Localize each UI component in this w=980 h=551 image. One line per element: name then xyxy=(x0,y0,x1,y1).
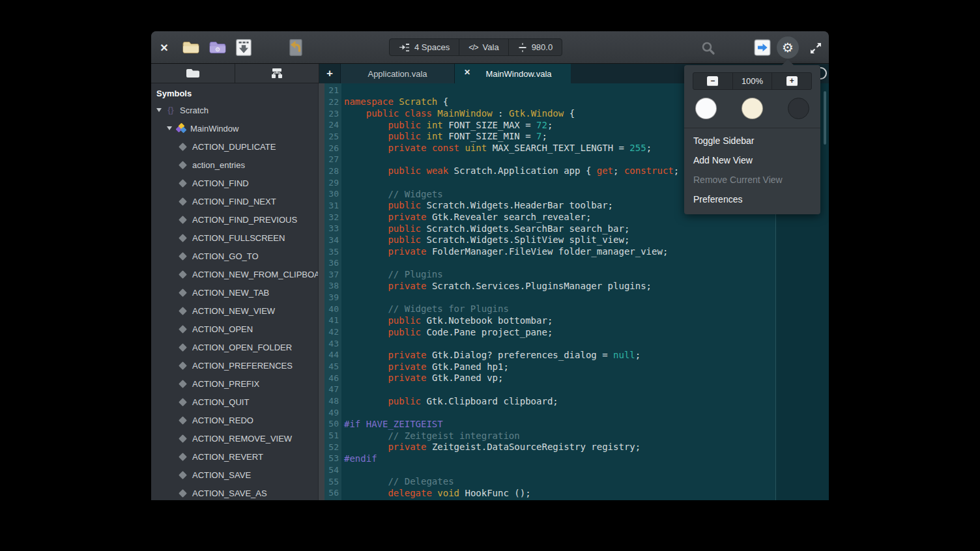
code-line-53: 53#endif xyxy=(324,453,829,464)
revert-icon xyxy=(288,38,304,57)
field-symbol-icon xyxy=(179,416,187,425)
code-line-56: 56 delegate void HookFunc (); xyxy=(324,487,829,499)
symbol-label: ACTION_OPEN_FOLDER xyxy=(192,343,292,352)
goto-line-button[interactable]: 980.0 xyxy=(509,39,562,55)
symbol-label: ACTION_REMOVE_VIEW xyxy=(192,434,292,444)
line-number: 53 xyxy=(324,453,341,463)
line-number: 41 xyxy=(324,315,341,325)
line-number: 24 xyxy=(324,120,341,130)
symbol-item-action_save_as[interactable]: ACTION_SAVE_AS xyxy=(151,484,318,500)
symbol-item-action_open[interactable]: ACTION_OPEN xyxy=(151,320,318,338)
sidebar-view-switcher xyxy=(151,64,319,83)
zoom-level-button[interactable]: 100% xyxy=(733,73,773,89)
sidebar-tab-outline[interactable] xyxy=(235,64,319,83)
line-number: 26 xyxy=(324,143,341,153)
line-number: 31 xyxy=(324,201,341,210)
fullscreen-button[interactable] xyxy=(809,41,823,55)
symbol-item-action_new_tab[interactable]: ACTION_NEW_TAB xyxy=(151,283,318,302)
code-line-43: 43 xyxy=(324,337,829,349)
folder-icon xyxy=(186,68,200,79)
zoom-out-button[interactable]: − xyxy=(693,73,733,89)
share-icon xyxy=(754,39,771,56)
search-button[interactable] xyxy=(700,40,717,57)
zoom-in-icon: + xyxy=(786,76,798,86)
menu-item-preferences[interactable]: Preferences xyxy=(684,190,820,209)
tab-mainwindow-vala[interactable]: ✕ MainWindow.vala xyxy=(455,64,571,83)
symbol-item-action_find[interactable]: ACTION_FIND xyxy=(151,174,318,192)
symbol-item-action_entries[interactable]: action_entries xyxy=(151,156,318,174)
symbol-item-action_save[interactable]: ACTION_SAVE xyxy=(151,466,318,484)
symbol-label: ACTION_FIND xyxy=(192,178,249,188)
templates-folder-button[interactable]: ⚙ xyxy=(207,38,228,57)
editor-scrollbar[interactable] xyxy=(824,91,826,145)
symbol-item-action_new_view[interactable]: ACTION_NEW_VIEW xyxy=(151,302,318,320)
symbol-item-action_revert[interactable]: ACTION_REVERT xyxy=(151,447,318,466)
symbol-item-action_prefix[interactable]: ACTION_PREFIX xyxy=(151,374,318,393)
menu-item-toggle-sidebar[interactable]: Toggle Sidebar xyxy=(684,131,820,150)
pane-splitter[interactable] xyxy=(318,83,324,500)
symbol-item-action_remove_view[interactable]: ACTION_REMOVE_VIEW xyxy=(151,429,318,447)
code-text: public weak Scratch.Application app { ge… xyxy=(344,165,690,176)
gear-menu-button[interactable]: ⚙ xyxy=(777,36,799,59)
code-brackets-icon: </> xyxy=(468,43,478,52)
share-button[interactable] xyxy=(754,39,771,56)
field-symbol-icon xyxy=(179,489,187,498)
symbol-label: ACTION_SAVE xyxy=(192,470,251,480)
line-number: 39 xyxy=(324,292,341,302)
line-number: 50 xyxy=(324,419,341,429)
expander-icon[interactable] xyxy=(167,126,172,130)
code-line-44: 44 private Gtk.Dialog? preferences_dialo… xyxy=(324,349,829,361)
gear-menu-popover: − 100% + Toggle SidebarAdd New ViewRemov… xyxy=(684,65,820,214)
symbol-item-mainwindow[interactable]: MainWindow xyxy=(151,119,318,137)
class-symbol-icon xyxy=(176,123,186,134)
code-text: private Zeitgeist.DataSourceRegistry reg… xyxy=(344,442,641,452)
indentation-button[interactable]: 4 Spaces xyxy=(390,39,459,55)
color-scheme-solarized-light[interactable] xyxy=(742,98,763,119)
line-number: 48 xyxy=(324,396,341,406)
sidebar-tab-files[interactable] xyxy=(151,64,235,83)
save-as-icon xyxy=(235,38,252,57)
tab-application-vala[interactable]: Application.vala xyxy=(340,64,455,83)
symbol-item-scratch[interactable]: {}Scratch xyxy=(151,101,318,119)
revert-button[interactable] xyxy=(286,38,306,57)
zoom-in-button[interactable]: + xyxy=(772,73,811,89)
line-number: 37 xyxy=(324,270,341,279)
symbol-item-action_find_previous[interactable]: ACTION_FIND_PREVIOUS xyxy=(151,210,318,229)
symbol-item-action_redo[interactable]: ACTION_REDO xyxy=(151,411,318,429)
symbol-item-action_go_to[interactable]: ACTION_GO_TO xyxy=(151,247,318,265)
color-scheme-dark[interactable] xyxy=(788,98,809,119)
symbol-item-action_open_folder[interactable]: ACTION_OPEN_FOLDER xyxy=(151,338,318,356)
line-number: 51 xyxy=(324,431,341,440)
language-button[interactable]: </> Vala xyxy=(459,39,508,55)
symbol-item-action_preferences[interactable]: ACTION_PREFERENCES xyxy=(151,356,318,374)
close-window-button[interactable]: ✕ xyxy=(156,40,172,55)
open-file-button[interactable] xyxy=(180,38,201,57)
code-text: private const uint MAX_SEARCH_TEXT_LENGT… xyxy=(344,143,652,153)
symbol-item-action_find_next[interactable]: ACTION_FIND_NEXT xyxy=(151,192,318,210)
menu-item-add-new-view[interactable]: Add New View xyxy=(684,150,820,170)
save-as-button[interactable] xyxy=(234,38,253,57)
indentation-label: 4 Spaces xyxy=(414,42,450,52)
color-scheme-light[interactable] xyxy=(695,98,717,119)
tab-close-button[interactable]: ✕ xyxy=(464,68,470,77)
zoom-level-label: 100% xyxy=(742,76,763,86)
symbol-item-action_duplicate[interactable]: ACTION_DUPLICATE xyxy=(151,137,318,156)
popover-tail xyxy=(782,59,794,65)
line-number: 52 xyxy=(324,442,341,452)
symbol-item-action_new_from_clipboard[interactable]: ACTION_NEW_FROM_CLIPBOARD xyxy=(151,265,318,283)
code-text: private Gtk.Dialog? preferences_dialog =… xyxy=(344,350,641,360)
line-number: 33 xyxy=(324,223,341,233)
field-symbol-icon xyxy=(179,197,187,206)
symbol-item-action_fullscreen[interactable]: ACTION_FULLSCREEN xyxy=(151,229,318,247)
line-number: 43 xyxy=(324,339,341,348)
svg-text:⚙: ⚙ xyxy=(215,46,220,53)
expander-icon[interactable] xyxy=(156,108,162,112)
symbol-item-action_quit[interactable]: ACTION_QUIT xyxy=(151,393,318,411)
new-tab-button[interactable]: + xyxy=(319,64,340,83)
code-line-45: 45 private Gtk.Paned hp1; xyxy=(324,361,829,373)
field-symbol-icon xyxy=(179,307,187,315)
line-number: 36 xyxy=(324,258,341,268)
toolbar-button-group: 4 Spaces </> Vala 980.0 xyxy=(389,38,562,56)
code-line-40: 40 // Widgets for Plugins xyxy=(324,303,829,315)
code-line-52: 52 private Zeitgeist.DataSourceRegistry … xyxy=(324,441,829,453)
